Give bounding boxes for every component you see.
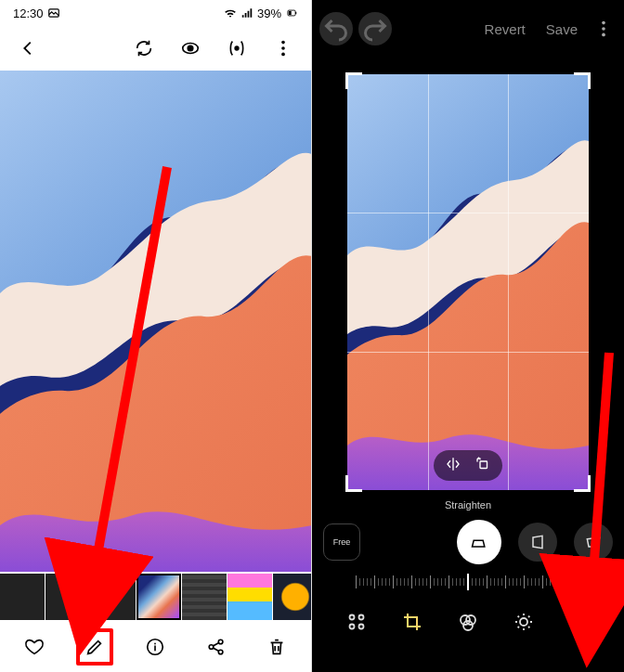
ruler-tick (472, 578, 473, 586)
photo-display[interactable] (0, 71, 312, 572)
ruler-tick (367, 578, 368, 586)
editor-nav-bar (312, 596, 624, 648)
svg-point-5 (188, 45, 193, 51)
svg-point-21 (350, 615, 355, 620)
ruler-tick (437, 578, 438, 586)
battery-icon (285, 6, 298, 19)
crop-handle-br[interactable] (574, 475, 591, 492)
ruler-tick (448, 575, 449, 588)
ruler-tick (396, 578, 397, 586)
ruler-tick (572, 578, 573, 586)
ruler-tick (527, 578, 528, 586)
ruler-tick (539, 578, 540, 586)
thumbnail[interactable] (228, 574, 272, 620)
free-ratio-button[interactable]: Free (323, 523, 360, 561)
ruler-tick (430, 575, 431, 588)
svg-point-28 (520, 618, 527, 626)
ruler-tick (524, 575, 525, 588)
remaster-icon[interactable] (125, 30, 162, 67)
info-button[interactable] (136, 628, 174, 666)
ruler-tick (419, 578, 420, 586)
thumbnail[interactable] (0, 574, 45, 620)
thumbnail[interactable] (182, 574, 227, 620)
undo-button[interactable] (319, 12, 353, 45)
thumbnail[interactable] (91, 574, 136, 620)
ruler-tick (557, 578, 558, 586)
flip-horizontal-button[interactable] (445, 456, 462, 475)
more-options-icon[interactable] (265, 30, 302, 67)
save-button[interactable]: Save (539, 16, 585, 43)
svg-point-9 (281, 53, 285, 57)
delete-button[interactable] (258, 628, 295, 666)
ruler-tick (463, 578, 464, 586)
stickers-tab[interactable] (559, 601, 600, 642)
rotate-button[interactable] (474, 456, 491, 475)
revert-button[interactable]: Revert (477, 16, 533, 43)
back-button[interactable] (9, 30, 46, 67)
edit-button[interactable] (76, 628, 113, 666)
ruler-tick (494, 578, 495, 586)
ruler-tick (542, 575, 543, 588)
vertical-perspective-button[interactable] (574, 523, 613, 562)
thumbnail-strip[interactable] (0, 572, 311, 622)
ruler-tick (356, 575, 357, 588)
ruler-tick (498, 578, 499, 586)
crop-tab[interactable] (392, 601, 433, 642)
svg-point-16 (602, 21, 605, 25)
ruler-tick (579, 575, 580, 588)
crop-area[interactable] (347, 74, 589, 490)
share-button[interactable] (198, 628, 235, 666)
ruler-tick (475, 578, 476, 586)
ruler-tick (501, 578, 502, 586)
flip-rotate-pill (434, 450, 502, 481)
ruler-tick (400, 578, 401, 586)
svg-point-22 (359, 615, 364, 620)
ruler-tick (550, 578, 551, 586)
ruler-tick (565, 578, 566, 586)
svg-point-27 (463, 621, 473, 630)
ruler-tick (382, 578, 383, 586)
ruler-tick (546, 578, 547, 586)
ruler-tick (389, 578, 390, 586)
ruler-tick (520, 578, 521, 586)
smart-view-icon[interactable] (218, 30, 255, 67)
ruler-tick (561, 575, 562, 588)
more-options-icon[interactable] (591, 10, 617, 47)
thumbnail-active[interactable] (136, 574, 181, 620)
ruler-tick (483, 578, 484, 586)
bixby-vision-icon[interactable] (172, 30, 209, 67)
svg-point-18 (602, 33, 605, 37)
signal-icon (240, 6, 254, 19)
ruler-tick (415, 578, 416, 586)
thumbnail[interactable] (46, 574, 90, 620)
straighten-rotate-button[interactable] (457, 520, 501, 564)
ruler-tick (426, 578, 427, 586)
status-time: 12:30 (13, 6, 44, 20)
ruler-tick (509, 578, 510, 586)
straighten-ruler[interactable] (312, 568, 624, 596)
svg-point-6 (235, 46, 239, 50)
svg-rect-29 (572, 614, 587, 629)
svg-point-23 (350, 625, 355, 629)
wifi-icon (224, 6, 237, 19)
viewer-toolbar (0, 26, 311, 71)
crop-handle-tl[interactable] (345, 72, 362, 89)
ruler-tick (378, 578, 379, 586)
horizontal-perspective-button[interactable] (518, 523, 557, 562)
transform-controls: Free (312, 520, 624, 564)
redo-button[interactable] (358, 12, 392, 45)
ruler-tick (370, 578, 371, 586)
svg-rect-20 (480, 461, 488, 469)
svg-point-7 (281, 41, 285, 45)
thumbnail[interactable] (273, 574, 311, 620)
filters-tab[interactable] (448, 601, 488, 642)
tools-tab[interactable] (336, 601, 377, 642)
adjust-tab[interactable] (503, 601, 544, 642)
gallery-viewer-screen: 12:30 39% (0, 0, 312, 672)
svg-point-31 (581, 619, 583, 621)
ruler-tick (490, 578, 491, 586)
favorite-button[interactable] (16, 628, 53, 666)
crop-handle-tr[interactable] (574, 72, 591, 89)
crop-handle-bl[interactable] (345, 475, 362, 492)
ruler-tick (487, 575, 488, 588)
